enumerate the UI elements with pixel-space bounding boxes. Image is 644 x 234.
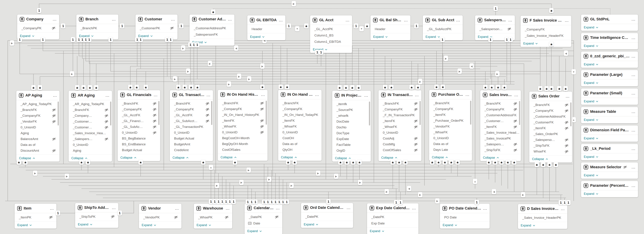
table-card-item[interactable]: Item…_ItemPKExpand (14, 204, 56, 229)
field-row-whsefk[interactable]: _WhseFK (429, 129, 472, 135)
expand-button[interactable]: Expand (247, 33, 286, 40)
table-card-time-intelligence-calcul[interactable]: Time Intelligence Calcul……Expand (581, 33, 638, 49)
field-row-whsefk[interactable]: _WhseFK (218, 123, 268, 129)
more-options-button[interactable]: … (277, 18, 283, 22)
field-row-itemfk[interactable]: _ItemFK (480, 124, 521, 130)
field-row-in-on-hand-historypk[interactable]: _IN_On_Hand_HistoryPK (218, 112, 268, 118)
table-card-gl-acct[interactable]: GL Acct…_GL_AcctPKColumn1_BSColumn1_EBIT… (310, 15, 352, 53)
field-row-customeraddressfk[interactable]: _CustomerAddressFK (480, 112, 521, 118)
field-list-scrollbar[interactable] (570, 102, 572, 126)
field-row-customer[interactable]: _Customer… (68, 124, 112, 130)
field-row-itemfk[interactable]: _ItemFK (529, 125, 572, 131)
more-options-button[interactable]: … (564, 94, 570, 99)
more-options-button[interactable]: … (630, 54, 636, 59)
table-card-salesperson[interactable]: Salesperson…_Salesperson…Expand (475, 15, 515, 40)
field-row-companyfk[interactable]: _CompanyFK (278, 106, 322, 112)
more-options-button[interactable]: … (274, 206, 280, 210)
table-card-gl-bal-sheet[interactable]: GL Bal Sheet…HeaderExpand (370, 15, 410, 40)
expand-button[interactable]: Expand (581, 98, 638, 105)
field-row-companypk[interactable]: _CompanyPK (17, 25, 59, 31)
expand-button[interactable]: Expand (518, 222, 567, 229)
more-options-button[interactable]: … (454, 18, 460, 22)
field-row-exp-date[interactable]: Exp Date (367, 220, 418, 227)
more-options-button[interactable]: … (152, 93, 158, 97)
more-options-button[interactable]: … (51, 17, 56, 21)
field-row-data-as-of[interactable]: Data as of (429, 141, 472, 147)
field-row-gl-subacct[interactable]: _GL_SubAcct… (170, 118, 213, 124)
expand-button[interactable]: Expand (581, 24, 638, 31)
table-card-ap-aging[interactable]: AP Aging…_AP_Aging_TodayPK_BranchFK_Comp… (16, 91, 60, 162)
more-options-button[interactable]: … (630, 165, 636, 169)
table-card-0-zzd-generic-pbi-2407[interactable]: 0_zzd_generic_pbi_2407…Expand (581, 52, 638, 68)
table-card-calendar-fiscal[interactable]: Calendar Fiscal…_DatePKDateExpand (244, 203, 282, 234)
field-row-datepk[interactable]: _DatePK (244, 214, 282, 220)
more-options-button[interactable]: … (630, 146, 636, 151)
collapse-button[interactable]: Collapse (529, 156, 572, 162)
field-list-scrollbar[interactable] (158, 101, 160, 125)
more-options-button[interactable]: … (362, 93, 368, 98)
table-card-in-projection[interactable]: IN Projection…_itemfk_SourcePK_whsefkDoc… (332, 91, 371, 162)
more-options-button[interactable]: … (506, 18, 512, 22)
field-row-0-unionid[interactable]: 0_UnionID (429, 135, 472, 141)
field-row-budget-actual[interactable]: Budget Actual (170, 135, 213, 141)
field-row-branchfk[interactable]: _BranchFK (218, 100, 268, 106)
expand-button[interactable]: Expand (440, 222, 490, 229)
more-options-button[interactable]: … (630, 183, 636, 188)
field-row-whsefk[interactable]: WhseFK (529, 149, 572, 154)
field-row-sales-invoice-headerfk[interactable]: _Sales_Invoice_HeaderFK (520, 32, 571, 39)
field-row-vendorfk[interactable]: _VendorFK (16, 119, 60, 124)
table-card-gl-transaction[interactable]: GL Transaction…_BranchFK_CompanyFK_GL_Ac… (170, 90, 213, 161)
more-options-button[interactable]: … (204, 93, 210, 97)
field-row-branchfk[interactable]: _BranchFK (529, 102, 572, 108)
field-list-scrollbar[interactable] (266, 101, 267, 125)
field-row-customeraddresspk[interactable]: _CustomerAddressPK (190, 25, 234, 31)
table-card-in-on-hand-history[interactable]: IN On Hand History…_BranchFK_CompanyFK_I… (218, 90, 268, 161)
field-row-header[interactable]: Header (247, 26, 286, 32)
field-row-expdate[interactable]: ExpDate (332, 136, 371, 142)
field-row-itemfk[interactable]: _itemfk (332, 101, 371, 107)
field-list-scrollbar[interactable] (519, 101, 520, 125)
field-row-itemfk[interactable]: _ItemFK (218, 118, 268, 123)
field-row-0-unionid[interactable]: 0_UnionID (218, 129, 268, 135)
field-row-whsefk[interactable]: _WhseFK (278, 123, 322, 129)
table-card-measure-selector[interactable]: Measure Selector…Expand (581, 162, 638, 179)
expand-button[interactable]: Expand (581, 190, 638, 197)
field-row-salesperson[interactable]: _Salesperson… (475, 26, 515, 32)
more-options-button[interactable]: … (402, 18, 408, 22)
more-options-button[interactable]: … (224, 206, 230, 211)
more-options-button[interactable]: … (630, 91, 636, 96)
field-row-customer[interactable]: _Customer… (480, 118, 521, 124)
field-row-gl-subac[interactable]: _GL_SubAc… (118, 124, 160, 130)
field-row-salespersonfk[interactable]: _SalespersonFK (190, 31, 234, 38)
field-row-branchpk[interactable]: _BranchPK (76, 25, 118, 31)
expand-button[interactable]: Expand (244, 228, 282, 234)
expand-button[interactable]: Expand (17, 32, 59, 39)
field-row-branchfk[interactable]: _BranchFK (480, 101, 521, 107)
expand-button[interactable]: Expand (581, 117, 638, 123)
field-row-companyfk[interactable]: _CompanyFK (480, 107, 521, 112)
table-card-exp-date-calendar-fiscal[interactable]: Exp Date Calendar Fiscal…_DatePKExp Date… (367, 203, 418, 234)
field-row-data-as-of[interactable]: Data as of (16, 142, 60, 148)
table-card-purchase-order[interactable]: Purchase Order…_BranchFK_CompanyFK_ItemF… (429, 90, 472, 161)
field-row-companyfk[interactable]: _CompanyFK (16, 113, 60, 119)
field-row-shiptofk[interactable]: _ShipToFK (529, 143, 572, 149)
table-card-branch[interactable]: Branch…_BranchPKExpand (76, 14, 118, 39)
field-row-itemfk[interactable]: _ItemFK (378, 118, 422, 124)
table-card-vendor[interactable]: Vendor…_VendorPKExpand (139, 204, 182, 229)
table-card-gl-financials[interactable]: GL Financials…_BranchFK_CompanyFK_GL_Acc… (118, 90, 160, 161)
collapse-button[interactable]: Collapse (278, 154, 322, 161)
field-row-sales-orderpk[interactable]: _Sales_OrderPK (529, 131, 572, 137)
more-options-button[interactable]: … (630, 72, 636, 77)
field-row-qtyoh[interactable]: QtyOH (278, 147, 322, 153)
collapse-button[interactable]: Collapse (218, 154, 268, 161)
field-row-shiptofk[interactable]: _ShipToFK (480, 147, 521, 153)
table-card-ar-aging[interactable]: AR Aging…_AR_Aging_TodayPK_BranchFK_Comp… (68, 91, 112, 162)
table-card-po-date-calendar-fiscal[interactable]: PO Date Calendar Fiscal…PO DateExpand (440, 204, 490, 229)
more-options-button[interactable]: … (630, 17, 636, 21)
field-row-branchfk[interactable]: _BranchFK (118, 101, 160, 107)
more-options-button[interactable]: … (630, 35, 636, 40)
more-options-button[interactable]: … (512, 93, 518, 97)
field-row-0-unionid[interactable]: 0_UnionID (118, 130, 160, 135)
field-row-bs-begbalance[interactable]: BS_BegBalance (118, 135, 160, 141)
table-card-f-sales-invoice-header[interactable]: F Sales Invoice Header…_CompanyFK_Sales_… (520, 16, 571, 47)
